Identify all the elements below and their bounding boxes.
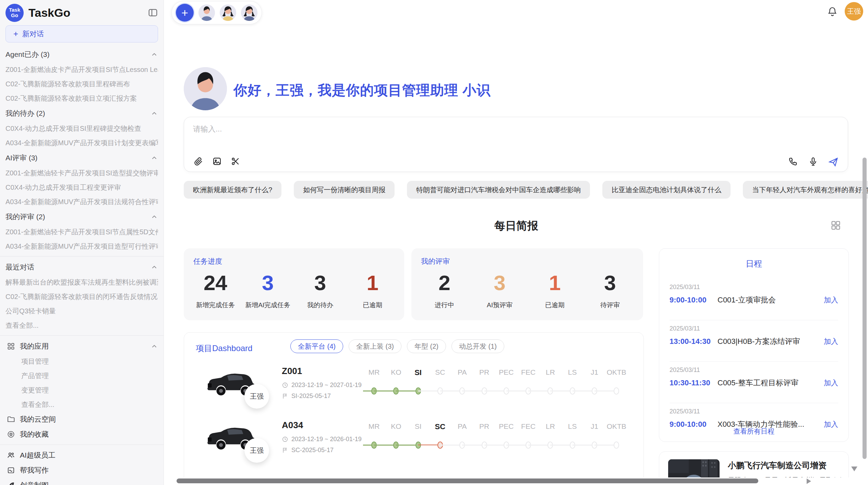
my-cloud-space[interactable]: 我的云空间 [5, 412, 158, 427]
sidebar-task-item[interactable]: Z001-全新燃油皮卡产品开发项目SI节点Lesson Learn报告 [5, 62, 158, 77]
milestone-segment [550, 445, 572, 446]
sidebar-task-item[interactable]: C02-飞腾新能源轻客改款项目立项汇报方案 [5, 91, 158, 105]
quick-contacts-bar: + [171, 1, 262, 24]
sidebar-section-header[interactable]: AI评审 (3) [5, 150, 158, 166]
sidebar-section-header[interactable]: Agent已办 (3) [5, 47, 158, 62]
join-meeting-link[interactable]: 加入 [824, 295, 838, 305]
chevron-up-icon[interactable] [150, 51, 158, 58]
milestone-label: PEC [495, 368, 518, 376]
recent-chats-header[interactable]: 最近对话 [5, 259, 158, 275]
sidebar-task-item[interactable]: A034-全新新能源MUV产品开发项目造型可行性评审 [5, 239, 158, 253]
sidebar-section-header[interactable]: 我的评审 (2) [5, 209, 158, 225]
add-contact-button[interactable]: + [176, 4, 194, 22]
dashboard-tab[interactable]: 动总开发 (1) [451, 339, 504, 353]
avatar[interactable] [241, 4, 257, 21]
folder-icon [7, 415, 15, 423]
sidebar-section-header[interactable]: 我的待办 (2) [5, 105, 158, 121]
schedule-event: 2025/03/119:00-10:00C001-立项审批会加入 [670, 279, 838, 320]
join-meeting-link[interactable]: 加入 [824, 378, 838, 388]
sidebar-task-item[interactable]: Z001-全新燃油轻卡产品开发项目SI节点属性5D文件评审 [5, 225, 158, 239]
stat: 3待评审 [582, 272, 638, 310]
apps-view-all-link[interactable]: 查看全部... [5, 397, 158, 412]
sidebar-tool-feather[interactable]: 创意制图 [5, 478, 158, 485]
scissors-icon[interactable] [231, 157, 240, 166]
suggestion-chip[interactable]: 比亚迪全固态电池计划具体说了什么 [602, 181, 731, 199]
view-all-schedule-link[interactable]: 查看所有日程 [659, 427, 848, 436]
send-icon[interactable] [828, 157, 837, 166]
milestone-dot [614, 442, 619, 449]
milestone-label: KO [385, 422, 407, 431]
milestone-label: MR [363, 368, 385, 376]
stat-label: 已逾期 [346, 301, 399, 310]
milestone-segment [440, 445, 462, 446]
milestone-segment [418, 390, 440, 391]
milestone-segment [484, 390, 506, 391]
join-meeting-link[interactable]: 加入 [824, 337, 838, 346]
dashboard-tab[interactable]: 全新上装 (3) [349, 339, 401, 353]
stat-label: AI预评审 [472, 301, 527, 310]
avatar[interactable] [220, 4, 236, 21]
sidebar-tool-people[interactable]: AI超级员工 [5, 448, 158, 463]
notification-bell-icon[interactable] [827, 6, 838, 17]
chat-input[interactable] [193, 124, 837, 148]
sidebar-task-item[interactable]: C02-飞腾新能源轻客改款项目里程碑画布 [5, 77, 158, 91]
vertical-scrollbar-thumb[interactable] [863, 158, 867, 459]
image-icon[interactable] [212, 157, 222, 166]
milestone-dot [614, 387, 619, 395]
recent-chat-item[interactable]: 公司Q3轻卡销量 [5, 304, 158, 318]
user-avatar[interactable]: 王强 [845, 2, 863, 21]
tool-label: 我的收藏 [20, 430, 49, 439]
group-title: 我的应用 [20, 341, 49, 351]
recent-chat-item[interactable]: 解释最新出台的欧盟报废车法规再生塑料比例被调至15%... [5, 275, 158, 289]
dashboard-tab[interactable]: 全新平台 (4) [290, 339, 343, 353]
dashboard-tab[interactable]: 年型 (2) [407, 339, 446, 353]
milestone-segment [396, 390, 418, 391]
my-apps-header[interactable]: 我的应用 [5, 338, 158, 354]
app-link[interactable]: 变更管理 [5, 383, 158, 397]
sidebar-tool-write[interactable]: 帮我写作 [5, 463, 158, 478]
attachment-icon[interactable] [194, 157, 203, 166]
chevron-up-icon[interactable] [150, 213, 158, 221]
phone-icon[interactable] [788, 157, 798, 166]
suggestion-chip[interactable]: 欧洲新规最近颁布了什么? [184, 181, 281, 199]
app-link[interactable]: 产品管理 [5, 369, 158, 383]
stat-value: 3 [582, 272, 638, 294]
my-favorites[interactable]: 我的收藏 [5, 427, 158, 442]
app-link[interactable]: 项目管理 [5, 354, 158, 369]
milestone-label: FEC [517, 368, 540, 376]
sidebar-collapse-icon[interactable] [148, 8, 158, 18]
chevron-up-icon[interactable] [150, 263, 158, 271]
avatar[interactable] [198, 4, 215, 21]
suggestion-chip[interactable]: 如何写一份清晰的项目周报 [294, 181, 395, 199]
sidebar-task-item[interactable]: A034-全新新能源MUV产品开发项目计划变更表编写 [5, 136, 158, 150]
milestone-label: J1 [583, 368, 606, 376]
chevron-up-icon[interactable] [150, 154, 158, 162]
chevron-up-icon[interactable] [150, 110, 158, 117]
new-chat-button[interactable]: + 新对话 [5, 25, 158, 42]
recent-chat-item[interactable]: C02-飞腾新能源轻客改款项目的闭环通告反馈情况 [5, 289, 158, 304]
milestone-segment [550, 390, 572, 391]
project-row[interactable]: 王强A0342023-12-19 ~ 2026-01-19SC-2025-05-… [184, 418, 643, 470]
milestone-label: LR [539, 368, 562, 376]
horizontal-scrollbar-thumb[interactable] [177, 478, 758, 483]
suggestion-chip[interactable]: 特朗普可能对进口汽车增税会对中国车企造成哪些影响 [407, 181, 590, 199]
news-title: 小鹏飞行汽车制造公司增资 [728, 460, 827, 471]
layout-grid-icon[interactable] [830, 220, 841, 231]
stat-label: 新增AI完成任务 [242, 301, 294, 310]
microphone-icon[interactable] [808, 157, 818, 166]
event-date: 2025/03/11 [670, 408, 838, 415]
scroll-down-arrow-icon[interactable] [851, 467, 857, 471]
suggestion-chip[interactable]: 当下年轻人对汽车外观有怎样的喜好趋势 [743, 181, 868, 199]
milestone-label: SI [407, 368, 430, 377]
scroll-right-arrow-icon[interactable] [807, 478, 811, 484]
schedule-event: 2025/03/119:00-10:00X003-车辆动力学性能验...加入 [670, 403, 838, 445]
recent-view-all-link[interactable]: 查看全部... [5, 318, 158, 333]
milestone-segment [572, 390, 594, 391]
sidebar-task-item[interactable]: C0X4-动力总成开发项目工程变更评审 [5, 180, 158, 195]
sidebar-task-item[interactable]: A034-全新新能源MUV产品开发项目法规符合性评审 [5, 195, 158, 209]
sidebar-task-item[interactable]: C0X4-动力总成开发项目SI里程碑提交物检查 [5, 121, 158, 136]
milestone-label: SI [407, 422, 430, 431]
chevron-up-icon[interactable] [150, 343, 158, 350]
sidebar-task-item[interactable]: Z001-全新燃油轻卡产品开发项目SI造型提交物评审 [5, 166, 158, 180]
project-row[interactable]: 王强Z0012023-12-19 ~ 2027-01-19SI-2025-05-… [184, 363, 643, 415]
